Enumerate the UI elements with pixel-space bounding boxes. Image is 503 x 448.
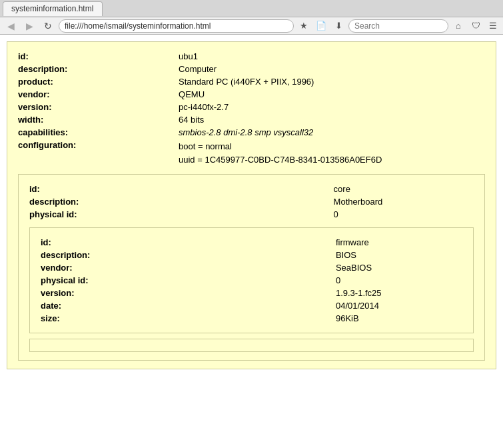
shield-icon[interactable]: 🛡 xyxy=(468,19,483,33)
system-version-value: pc-i440fx-2.7 xyxy=(179,101,485,113)
back-icon: ◀ xyxy=(7,21,15,31)
system-configuration-value: boot = normal uuid = 1C459977-C0BD-C74B-… xyxy=(179,139,485,167)
firmware-id-row: id: firmware xyxy=(41,236,462,249)
synced-tabs-icon[interactable]: 📄 xyxy=(314,19,328,33)
system-description-value: Computer xyxy=(179,63,485,75)
config-boot: boot = normal xyxy=(179,140,485,153)
core-id-row: id: core xyxy=(29,183,474,195)
system-vendor-row: vendor: QEMU xyxy=(18,88,485,101)
firmware-date-label: date: xyxy=(41,299,336,312)
forward-button[interactable]: ▶ xyxy=(21,19,37,33)
firmware-version-value: 1.9.3-1.fc25 xyxy=(336,287,462,299)
forward-icon: ▶ xyxy=(26,21,33,31)
system-width-label: width: xyxy=(18,113,179,126)
firmware-size-value: 96KiB xyxy=(336,312,462,325)
system-info-table: id: ubu1 description: Computer product: … xyxy=(18,50,485,167)
address-bar[interactable] xyxy=(59,19,294,33)
core-physical-id-label: physical id: xyxy=(29,208,334,221)
search-input[interactable] xyxy=(348,19,448,33)
firmware-id-label: id: xyxy=(41,236,336,249)
firmware-date-value: 04/01/2014 xyxy=(336,299,462,312)
tab-label: systeminformation.html xyxy=(11,4,93,13)
core-info-box: id: core description: Motherboard physic… xyxy=(18,174,485,361)
back-button[interactable]: ◀ xyxy=(3,19,19,33)
partial-box xyxy=(29,339,474,352)
system-capabilities-row: capabilities: smbios-2.8 dmi-2.8 smp vsy… xyxy=(18,126,485,139)
system-info-box: id: ubu1 description: Computer product: … xyxy=(7,41,496,369)
system-version-row: version: pc-i440fx-2.7 xyxy=(18,101,485,113)
firmware-vendor-row: vendor: SeaBIOS xyxy=(41,261,462,274)
system-version-label: version: xyxy=(18,101,179,113)
firmware-info-table: id: firmware description: BIOS vendor: S… xyxy=(41,236,462,325)
firmware-date-row: date: 04/01/2014 xyxy=(41,299,462,312)
reload-button[interactable]: ↻ xyxy=(40,19,56,33)
page-content: id: ubu1 description: Computer product: … xyxy=(0,35,503,448)
firmware-vendor-value: SeaBIOS xyxy=(336,261,462,274)
firmware-size-row: size: 96KiB xyxy=(41,312,462,325)
system-vendor-value: QEMU xyxy=(179,88,485,101)
firmware-physical-id-value: 0 xyxy=(336,274,462,287)
active-tab[interactable]: systeminformation.html xyxy=(3,1,103,16)
firmware-id-value: firmware xyxy=(336,236,462,249)
system-id-row: id: ubu1 xyxy=(18,50,485,63)
core-id-value: core xyxy=(334,183,474,195)
config-uuid: uuid = 1C459977-C0BD-C74B-8341-013586A0E… xyxy=(179,153,485,167)
firmware-version-row: version: 1.9.3-1.fc25 xyxy=(41,287,462,299)
firmware-physical-id-label: physical id: xyxy=(41,274,336,287)
core-id-label: id: xyxy=(29,183,334,195)
core-info-table: id: core description: Motherboard physic… xyxy=(29,183,474,221)
firmware-wrapper: id: firmware description: BIOS vendor: S… xyxy=(29,227,474,333)
firmware-physical-id-row: physical id: 0 xyxy=(41,274,462,287)
system-vendor-label: vendor: xyxy=(18,88,179,101)
system-width-row: width: 64 bits xyxy=(18,113,485,126)
system-id-value: ubu1 xyxy=(179,50,485,63)
firmware-description-label: description: xyxy=(41,249,336,261)
menu-icon[interactable]: ☰ xyxy=(486,19,500,33)
home-icon[interactable]: ⌂ xyxy=(451,19,466,33)
core-physical-id-value: 0 xyxy=(334,208,474,221)
system-product-value: Standard PC (i440FX + PIIX, 1996) xyxy=(179,75,485,88)
core-description-value: Motherboard xyxy=(334,195,474,208)
system-description-row: description: Computer xyxy=(18,63,485,75)
firmware-info-box: id: firmware description: BIOS vendor: S… xyxy=(29,227,474,333)
tab-bar: systeminformation.html xyxy=(0,0,503,17)
extra-nested-wrapper xyxy=(29,339,474,352)
firmware-size-label: size: xyxy=(41,312,336,325)
system-width-value: 64 bits xyxy=(179,113,485,126)
system-configuration-row: configuration: boot = normal uuid = 1C45… xyxy=(18,139,485,167)
system-capabilities-label: capabilities: xyxy=(18,126,179,139)
system-description-label: description: xyxy=(18,63,179,75)
system-id-label: id: xyxy=(18,50,179,63)
firmware-version-label: version: xyxy=(41,287,336,299)
firmware-description-row: description: BIOS xyxy=(41,249,462,261)
core-physical-id-row: physical id: 0 xyxy=(29,208,474,221)
system-product-row: product: Standard PC (i440FX + PIIX, 199… xyxy=(18,75,485,88)
bookmark-icon[interactable]: ★ xyxy=(296,19,311,33)
reload-icon: ↻ xyxy=(44,21,52,31)
core-wrapper: id: core description: Motherboard physic… xyxy=(18,174,485,361)
core-description-label: description: xyxy=(29,195,334,208)
system-capabilities-value: smbios-2.8 dmi-2.8 smp vsyscall32 xyxy=(179,126,485,139)
firmware-vendor-label: vendor: xyxy=(41,261,336,274)
system-configuration-label: configuration: xyxy=(18,139,179,167)
download-icon[interactable]: ⬇ xyxy=(331,19,346,33)
nav-bar: ◀ ▶ ↻ ★ 📄 ⬇ ⌂ 🛡 ☰ xyxy=(0,17,503,35)
system-product-label: product: xyxy=(18,75,179,88)
firmware-description-value: BIOS xyxy=(336,249,462,261)
core-description-row: description: Motherboard xyxy=(29,195,474,208)
